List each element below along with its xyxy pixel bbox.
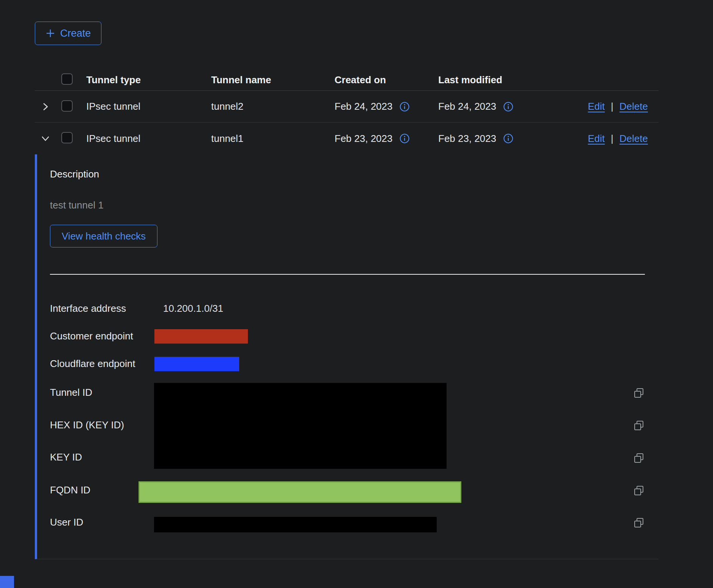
row-actions: Edit | Delete <box>582 133 659 145</box>
customer-endpoint-label: Customer endpoint <box>50 330 133 342</box>
copy-icon <box>632 516 645 529</box>
description-label: Description <box>50 168 99 180</box>
tunnel-id-label: Tunnel ID <box>50 387 92 398</box>
edit-link[interactable]: Edit <box>588 101 605 112</box>
tunnel-name-cell: tunnel1 <box>211 133 335 145</box>
created-on-cell: Feb 23, 2023 <box>335 133 438 145</box>
user-id-label: User ID <box>50 516 83 528</box>
created-on-value: Feb 24, 2023 <box>335 101 392 112</box>
table-row: IPsec tunnel tunnel1 Feb 23, 2023 Feb 23… <box>35 123 659 154</box>
row-expander-button[interactable] <box>38 131 53 146</box>
created-on-info-button[interactable] <box>399 101 410 112</box>
tunnel-details-panel: Description test tunnel 1 View health ch… <box>35 154 659 559</box>
copy-fqdn-id-button[interactable] <box>632 484 646 498</box>
copy-tunnel-id-button[interactable] <box>632 386 646 400</box>
tunnel-type-cell: IPsec tunnel <box>86 133 211 145</box>
create-button[interactable]: Create <box>35 22 101 45</box>
plus-icon <box>45 28 55 38</box>
cloudflare-endpoint-label: Cloudflare endpoint <box>50 358 135 370</box>
info-icon <box>503 101 514 112</box>
select-all-checkbox[interactable] <box>61 73 73 85</box>
col-header-tunnel-name: Tunnel name <box>211 74 335 86</box>
view-health-checks-button[interactable]: View health checks <box>50 225 157 247</box>
create-button-label: Create <box>60 28 91 39</box>
copy-key-id-button[interactable] <box>632 451 646 465</box>
fqdn-id-redacted-value <box>139 481 461 503</box>
info-icon <box>399 133 410 144</box>
edit-link[interactable]: Edit <box>588 133 605 145</box>
last-modified-info-button[interactable] <box>503 101 514 112</box>
interface-address-label: Interface address <box>50 303 126 314</box>
fqdn-id-label: FQDN ID <box>50 484 90 496</box>
copy-icon <box>632 452 645 465</box>
last-modified-cell: Feb 23, 2023 <box>438 133 582 145</box>
created-on-cell: Feb 24, 2023 <box>335 101 438 112</box>
last-modified-cell: Feb 24, 2023 <box>438 101 582 112</box>
bottom-scroll-indicator <box>0 576 14 588</box>
user-id-redacted-value <box>154 517 437 532</box>
created-on-info-button[interactable] <box>399 133 410 144</box>
tunnels-page: Create Tunnel type Tunnel name Created o… <box>0 0 713 588</box>
tunnel-type-cell: IPsec tunnel <box>86 101 211 112</box>
cloudflare-endpoint-redacted-value <box>154 357 239 371</box>
page-content: Create Tunnel type Tunnel name Created o… <box>35 22 659 559</box>
copy-icon <box>632 419 645 432</box>
tunnels-table: Tunnel type Tunnel name Created on Last … <box>35 69 659 559</box>
col-header-created-on: Created on <box>335 74 438 86</box>
table-header-row: Tunnel type Tunnel name Created on Last … <box>35 69 659 91</box>
interface-address-value: 10.200.1.0/31 <box>163 303 223 314</box>
info-icon <box>503 133 514 144</box>
delete-link[interactable]: Delete <box>620 133 648 145</box>
key-id-label: KEY ID <box>50 451 82 463</box>
actions-separator: | <box>611 133 613 145</box>
copy-user-id-button[interactable] <box>632 516 646 530</box>
ids-redacted-value <box>154 383 447 469</box>
details-divider <box>50 274 645 275</box>
copy-icon <box>632 387 645 400</box>
chevron-down-icon <box>40 133 51 144</box>
copy-hex-id-button[interactable] <box>632 419 646 432</box>
row-actions: Edit | Delete <box>582 101 659 112</box>
tunnel-name-cell: tunnel2 <box>211 101 335 112</box>
info-icon <box>399 101 410 112</box>
delete-link[interactable]: Delete <box>620 101 648 112</box>
created-on-value: Feb 23, 2023 <box>335 133 392 145</box>
row-expander-button[interactable] <box>38 99 53 114</box>
chevron-right-icon <box>40 101 51 112</box>
row-checkbox[interactable] <box>61 132 73 143</box>
col-header-tunnel-type: Tunnel type <box>86 74 211 86</box>
col-header-last-modified: Last modified <box>438 74 582 86</box>
copy-icon <box>632 484 645 497</box>
actions-separator: | <box>611 101 613 112</box>
description-value: test tunnel 1 <box>50 199 104 211</box>
last-modified-info-button[interactable] <box>503 133 514 144</box>
last-modified-value: Feb 24, 2023 <box>438 101 496 112</box>
customer-endpoint-redacted-value <box>154 329 248 344</box>
last-modified-value: Feb 23, 2023 <box>438 133 496 145</box>
hex-id-label: HEX ID (KEY ID) <box>50 419 124 431</box>
row-checkbox[interactable] <box>61 100 73 112</box>
table-row: IPsec tunnel tunnel2 Feb 24, 2023 Feb 24… <box>35 91 659 123</box>
